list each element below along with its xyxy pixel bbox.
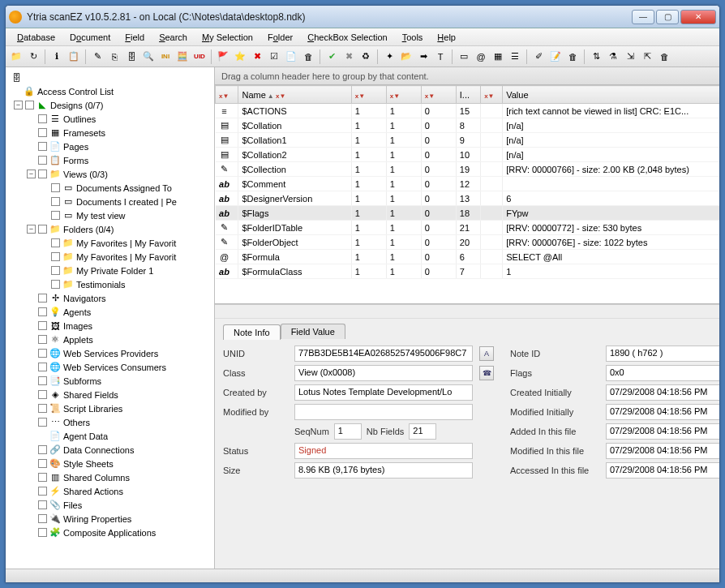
checkbox[interactable]: [38, 225, 47, 234]
val-accin[interactable]: 07/29/2008 04:18:56 PM: [606, 462, 719, 479]
checkbox[interactable]: [38, 307, 47, 316]
tree-others[interactable]: ⋯Others: [7, 415, 212, 429]
tree-folder-item[interactable]: 📁My Favorites | My Favorit: [7, 236, 212, 250]
tree-views[interactable]: −📁Views (0/3): [7, 167, 212, 181]
tree-view-item[interactable]: ▭Documents I created | Pe: [7, 195, 212, 208]
tb-pen-icon[interactable]: ✐: [531, 49, 546, 64]
checkbox[interactable]: [51, 211, 60, 220]
tree-forms[interactable]: 📋Forms: [7, 153, 212, 167]
tb-folder-icon[interactable]: 📂: [399, 49, 414, 64]
horizontal-scrollbar[interactable]: [215, 304, 719, 318]
tree-acl[interactable]: 🔒Access Control List: [7, 84, 212, 98]
tb-arrow-icon[interactable]: ➡: [416, 49, 431, 64]
checkbox[interactable]: [38, 142, 47, 151]
val-status[interactable]: Signed: [294, 443, 473, 459]
col-icon[interactable]: x▼: [216, 86, 238, 104]
checkbox[interactable]: [38, 363, 47, 371]
tree-subforms[interactable]: 📑Subforms: [7, 374, 212, 388]
grid-row[interactable]: ab$Flags11018FYpw7/29/2008 4: [216, 206, 720, 221]
tree-navigators[interactable]: ✢Navigators: [7, 291, 212, 305]
val-size[interactable]: 8.96 KB (9,176 bytes): [294, 462, 473, 479]
checkbox[interactable]: [38, 128, 47, 137]
tree-sharedactions[interactable]: ⚡Shared Actions: [7, 484, 212, 498]
val-addedin[interactable]: 07/29/2008 04:18:56 PM: [606, 423, 719, 440]
menu-database[interactable]: Database: [12, 31, 60, 44]
titlebar[interactable]: Ytria scanEZ v10.5.2.81 - on Local (C:\N…: [6, 6, 719, 28]
tb-x-icon[interactable]: ✖: [341, 49, 356, 64]
tb-del2-icon[interactable]: 🗑: [657, 49, 671, 64]
tab-note-info[interactable]: Note Info: [223, 324, 281, 340]
tree-sharedcols[interactable]: ▥Shared Columns: [7, 470, 212, 484]
grid-row[interactable]: ab$DesignerVersion1101367/29/2008 4: [216, 191, 720, 206]
tb-open-icon[interactable]: 📁: [9, 49, 24, 64]
menu-document[interactable]: Document: [65, 31, 115, 44]
menu-help[interactable]: Help: [432, 31, 461, 44]
checkbox[interactable]: [38, 376, 47, 385]
grid-row[interactable]: ✎$Collection11019[RRV: 00000766] - size:…: [216, 162, 720, 177]
tb-cycle-icon[interactable]: ♻: [358, 49, 373, 64]
menu-field[interactable]: Field: [120, 31, 149, 44]
tree-pages[interactable]: 📄Pages: [7, 139, 212, 153]
tab-field-value[interactable]: Field Value: [281, 324, 345, 339]
checkbox[interactable]: [38, 321, 47, 330]
checkbox[interactable]: [51, 183, 60, 192]
checkbox[interactable]: [38, 390, 47, 399]
tb-text-icon[interactable]: T: [433, 49, 448, 64]
checkbox[interactable]: [38, 294, 47, 303]
tb-calc-icon[interactable]: 🧮: [175, 49, 190, 64]
tree-folder-item[interactable]: 📁Testimonials: [7, 277, 212, 291]
tree-scriptlib[interactable]: 📜Script Libraries: [7, 401, 212, 415]
checkbox[interactable]: [38, 528, 47, 537]
checkbox[interactable]: [51, 252, 60, 261]
checkbox[interactable]: [51, 197, 60, 206]
checkbox[interactable]: [38, 349, 47, 358]
checkbox[interactable]: [38, 487, 47, 496]
grid-wrapper[interactable]: x▼ Name▲ x▼ x▼ x▼ x▼ I... x▼ Value x▼ Mo…: [215, 85, 719, 304]
collapse-icon[interactable]: −: [27, 225, 36, 234]
checkbox[interactable]: [25, 101, 34, 109]
checkbox[interactable]: [38, 156, 47, 165]
tb-del-icon[interactable]: ✖: [250, 49, 264, 64]
checkbox[interactable]: [38, 473, 47, 482]
grid-row[interactable]: ▤$Collation11109[n/a]7/29/2008 4: [216, 133, 720, 148]
minimize-button[interactable]: —: [632, 10, 654, 24]
tb-grid-icon[interactable]: ▦: [491, 49, 505, 64]
tb-doc-icon[interactable]: 📄: [284, 49, 298, 64]
grid-row[interactable]: @$Formula1106SELECT @All7/29/2008 4: [216, 250, 720, 264]
tb-id-icon[interactable]: UID: [192, 49, 207, 64]
collapse-icon[interactable]: −: [14, 101, 23, 109]
tb-star2-icon[interactable]: ✦: [382, 49, 397, 64]
tree-files[interactable]: 📎Files: [7, 498, 212, 512]
tree-folder-item[interactable]: 📁My Private Folder 1: [7, 264, 212, 277]
val-flags[interactable]: 0x0: [606, 365, 719, 381]
checkbox[interactable]: [38, 335, 47, 344]
tree-images[interactable]: 🖼Images: [7, 319, 212, 333]
tb-list-icon[interactable]: ☰: [508, 49, 522, 64]
tb-db-icon[interactable]: 🗄: [124, 49, 139, 64]
checkbox[interactable]: [38, 404, 47, 413]
val-class[interactable]: View (0x0008): [294, 365, 473, 381]
tb-flag-icon[interactable]: 🚩: [216, 49, 230, 64]
tb-copy-icon[interactable]: ⎘: [107, 49, 122, 64]
menu-checkbox[interactable]: CheckBox Selection: [302, 31, 392, 44]
tb-trash2-icon[interactable]: 🗑: [565, 49, 580, 64]
val-modi[interactable]: 07/29/2008 04:18:56 PM: [606, 404, 719, 420]
tb-refresh-icon[interactable]: ↻: [26, 49, 41, 64]
tb-note-icon[interactable]: 📝: [548, 49, 563, 64]
grid-row[interactable]: ▤$Collation211010[n/a]7/29/2008 4: [216, 148, 720, 162]
grid-row[interactable]: ≡$ACTIONS11015[rich text cannot be viewe…: [216, 104, 720, 118]
menu-tools[interactable]: Tools: [397, 31, 428, 44]
maximize-button[interactable]: ▢: [656, 10, 679, 24]
val-createdby[interactable]: Lotus Notes Template Development/Lo: [294, 384, 473, 401]
tree-stylesheets[interactable]: 🎨Style Sheets: [7, 457, 212, 470]
val-noteid[interactable]: 1890 ( h762 ): [606, 346, 719, 362]
tb-import-icon[interactable]: ⇱: [640, 49, 654, 64]
tb-export-icon[interactable]: ⇲: [623, 49, 637, 64]
tree-wsp[interactable]: 🌐Web Services Providers: [7, 346, 212, 360]
val-seqnum[interactable]: 1: [334, 423, 362, 440]
tb-info-icon[interactable]: ℹ: [49, 49, 64, 64]
col-c4[interactable]: I...: [456, 86, 480, 104]
menu-search[interactable]: Search: [154, 31, 192, 44]
tb-at-icon[interactable]: @: [474, 49, 488, 64]
checkbox[interactable]: [38, 418, 47, 427]
